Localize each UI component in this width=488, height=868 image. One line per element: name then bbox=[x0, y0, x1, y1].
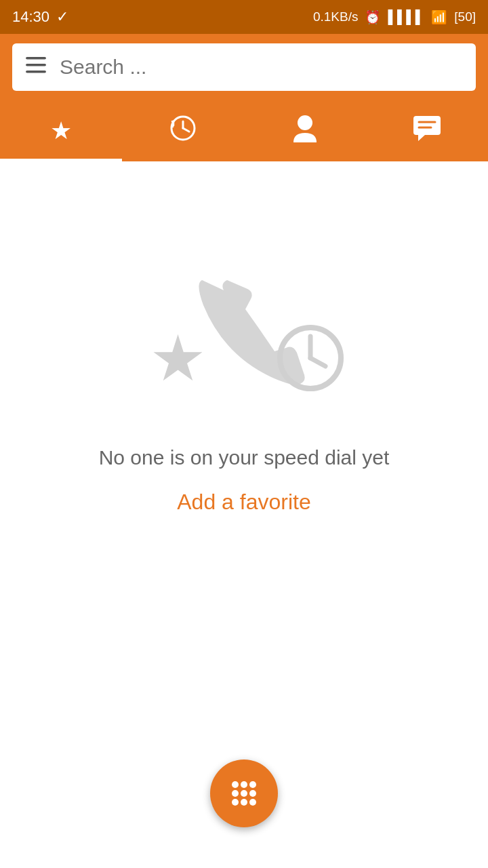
star-icon: ★ bbox=[50, 117, 72, 145]
dialpad-icon bbox=[226, 776, 262, 811]
tab-contacts[interactable] bbox=[244, 100, 366, 161]
svg-point-20 bbox=[249, 790, 256, 797]
svg-rect-0 bbox=[26, 57, 46, 60]
svg-marker-11 bbox=[154, 334, 203, 380]
svg-point-23 bbox=[249, 799, 256, 806]
svg-rect-7 bbox=[413, 116, 441, 135]
svg-point-6 bbox=[298, 115, 312, 130]
history-icon bbox=[169, 115, 197, 148]
svg-rect-1 bbox=[26, 64, 46, 66]
tab-recents[interactable] bbox=[122, 100, 244, 161]
tab-messages[interactable] bbox=[366, 100, 488, 161]
signal-icon: ▌▌▌▌ bbox=[388, 9, 424, 24]
svg-rect-2 bbox=[26, 71, 46, 73]
menu-icon[interactable] bbox=[26, 56, 46, 78]
empty-state-message: No one is on your speed dial yet bbox=[99, 446, 390, 469]
svg-point-19 bbox=[241, 790, 247, 797]
svg-point-16 bbox=[241, 781, 247, 788]
search-input-container[interactable] bbox=[12, 43, 476, 91]
svg-point-21 bbox=[232, 799, 239, 806]
svg-point-17 bbox=[249, 781, 256, 788]
status-right: 0.1KB/s ⏰ ▌▌▌▌ 📶 [50] bbox=[313, 9, 476, 25]
illustration bbox=[122, 270, 366, 419]
status-bar: 14:30 ✓ 0.1KB/s ⏰ ▌▌▌▌ 📶 [50] bbox=[0, 0, 488, 34]
message-icon bbox=[413, 115, 441, 147]
search-bar bbox=[0, 34, 488, 100]
svg-point-15 bbox=[232, 781, 239, 788]
main-content: No one is on your speed dial yet Add a f… bbox=[0, 161, 488, 515]
tab-favorites[interactable]: ★ bbox=[0, 100, 122, 161]
status-time: 14:30 bbox=[12, 8, 49, 26]
svg-line-14 bbox=[310, 358, 325, 366]
add-favorite-button[interactable]: Add a favorite bbox=[177, 490, 310, 515]
svg-line-5 bbox=[183, 128, 189, 132]
svg-marker-10 bbox=[418, 135, 425, 141]
svg-point-22 bbox=[241, 799, 247, 806]
wifi-icon: 📶 bbox=[431, 9, 447, 25]
svg-point-18 bbox=[232, 790, 239, 797]
tab-bar: ★ bbox=[0, 100, 488, 161]
person-icon bbox=[292, 114, 318, 149]
alarm-icon: ⏰ bbox=[365, 9, 381, 25]
network-speed: 0.1KB/s bbox=[313, 9, 359, 24]
status-left: 14:30 ✓ bbox=[12, 8, 68, 26]
battery-icon: [50] bbox=[454, 9, 476, 24]
search-input[interactable] bbox=[60, 56, 462, 79]
check-icon: ✓ bbox=[56, 8, 68, 26]
dial-pad-fab[interactable] bbox=[210, 760, 278, 827]
